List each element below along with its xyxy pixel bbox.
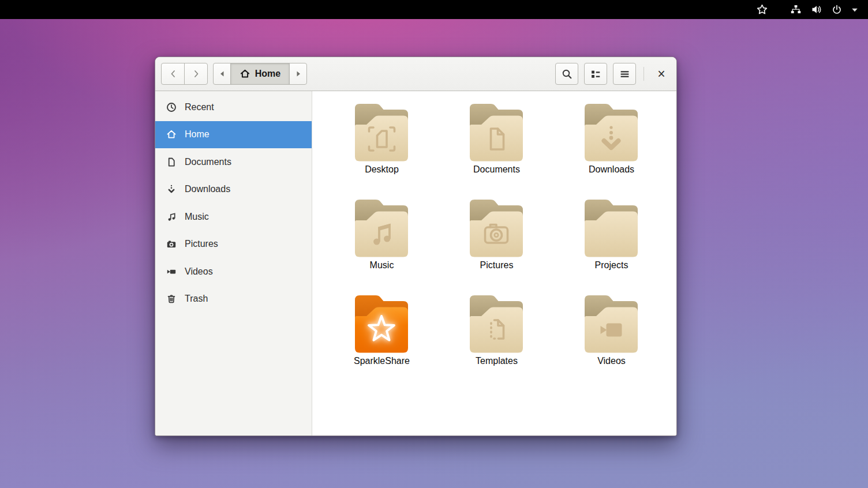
sidebar-item-label: Downloads (185, 184, 230, 194)
trash-icon (166, 294, 177, 304)
home-icon (166, 129, 177, 140)
sidebar-item-downloads[interactable]: Downloads (155, 176, 312, 204)
folder-icon (467, 198, 527, 259)
sidebar-item-label: Documents (185, 157, 231, 167)
sidebar-item-label: Trash (185, 294, 208, 304)
triangle-left-icon (220, 72, 224, 77)
sidebar-item-videos[interactable]: Videos (155, 258, 312, 286)
home-icon (240, 69, 250, 79)
chevron-right-icon (195, 71, 198, 77)
sidebar-item-label: Home (185, 129, 209, 140)
music-note-icon (166, 212, 177, 222)
folder-item-pictures[interactable]: Pictures (439, 198, 554, 294)
triangle-right-icon (297, 72, 300, 77)
list-view-icon (590, 69, 601, 80)
folder-icon (352, 102, 412, 163)
sidebar-item-label: Recent (185, 102, 214, 112)
path-bar: Home (213, 63, 307, 85)
sidebar-item-label: Music (185, 212, 209, 222)
hamburger-menu-icon (619, 69, 630, 80)
power-icon[interactable] (832, 5, 842, 15)
folder-item-documents[interactable]: Documents (439, 102, 554, 198)
folder-label: Templates (476, 356, 518, 366)
folder-item-templates[interactable]: Templates (439, 294, 554, 389)
files-window: Home × (155, 57, 677, 436)
folder-label: Projects (595, 260, 628, 271)
folder-item-music[interactable]: Music (324, 198, 439, 294)
system-tray (757, 4, 859, 15)
camera-icon (166, 239, 177, 249)
sidebar-item-documents[interactable]: Documents (155, 148, 312, 176)
path-home-button[interactable]: Home (230, 63, 290, 85)
sidebar-item-label: Videos (185, 266, 213, 277)
headerbar-separator (643, 67, 644, 81)
volume-icon[interactable] (811, 5, 822, 14)
folder-label: Desktop (365, 164, 399, 175)
close-window-button[interactable]: × (652, 63, 671, 85)
places-sidebar: Recent Home Documents (155, 91, 312, 436)
video-camera-icon (166, 266, 177, 277)
folder-item-desktop[interactable]: Desktop (324, 102, 439, 198)
download-icon (166, 184, 177, 194)
sidebar-item-trash[interactable]: Trash (155, 286, 312, 313)
search-button[interactable] (555, 63, 578, 85)
path-home-label: Home (255, 69, 280, 79)
sidebar-item-label: Pictures (185, 239, 218, 249)
search-icon (562, 69, 573, 80)
recent-clock-icon (166, 102, 177, 112)
folder-icon (467, 102, 527, 163)
folder-icon (582, 294, 642, 355)
menu-button[interactable] (613, 63, 636, 85)
network-workgroup-icon[interactable] (791, 5, 801, 14)
document-icon (166, 157, 177, 167)
folder-icon (582, 198, 642, 259)
icon-grid: Desktop Documents (324, 102, 676, 389)
history-nav-group (161, 63, 208, 85)
folder-item-sparkleshare[interactable]: SparkleShare (324, 294, 439, 389)
back-button[interactable] (161, 63, 185, 85)
folder-icon (352, 198, 412, 259)
files-view: Desktop Documents (312, 91, 676, 436)
window-content: Recent Home Documents (155, 91, 676, 436)
forward-button[interactable] (184, 63, 208, 85)
path-scroll-left-button[interactable] (213, 63, 231, 85)
folder-item-projects[interactable]: Projects (554, 198, 669, 294)
sidebar-item-recent[interactable]: Recent (155, 93, 312, 121)
folder-icon (467, 294, 527, 355)
favorites-star-icon[interactable] (757, 4, 768, 15)
folder-icon (582, 102, 642, 163)
folder-label: Videos (597, 356, 626, 366)
view-options-button[interactable] (584, 63, 607, 85)
folder-item-downloads[interactable]: Downloads (554, 102, 669, 198)
desktop-screen: Home × (0, 0, 868, 488)
gnome-top-bar (0, 0, 868, 19)
chevron-left-icon (171, 71, 174, 77)
folder-label: Pictures (480, 260, 514, 271)
sidebar-item-home[interactable]: Home (155, 121, 312, 149)
folder-label: Music (370, 260, 394, 271)
files-headerbar: Home × (155, 57, 676, 91)
folder-icon-orange (352, 294, 412, 355)
sidebar-item-music[interactable]: Music (155, 203, 312, 231)
path-scroll-right-button[interactable] (289, 63, 307, 85)
close-icon: × (657, 67, 665, 81)
folder-label: SparkleShare (354, 356, 410, 366)
sidebar-item-pictures[interactable]: Pictures (155, 231, 312, 258)
headerbar-actions: × (555, 63, 671, 85)
folder-label: Downloads (589, 164, 634, 175)
folder-label: Documents (473, 164, 520, 175)
folder-item-videos[interactable]: Videos (554, 294, 669, 389)
chevron-down-icon[interactable] (851, 6, 859, 13)
